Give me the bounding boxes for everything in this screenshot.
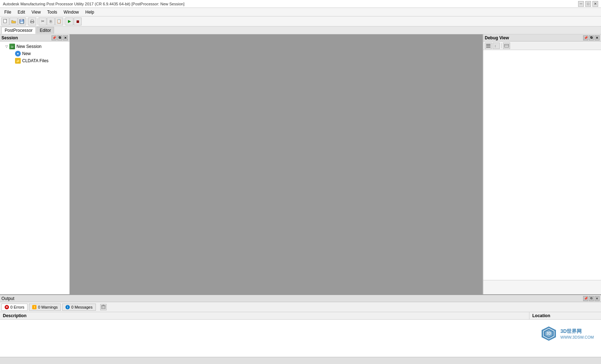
toolbar-open-btn[interactable]	[10, 18, 18, 25]
toolbar-new-btn[interactable]	[1, 18, 9, 25]
col-description: Description	[0, 312, 529, 319]
session-tree: ▽ 🗂 New Session ● New 📁 CLDATA Files	[0, 41, 69, 66]
debug-bottom-area	[483, 280, 601, 294]
toolbar-stop-btn[interactable]: ⏹	[74, 18, 82, 25]
menu-edit[interactable]: Edit	[15, 9, 28, 15]
debug-panel-title: Debug View	[485, 35, 583, 40]
warnings-tab-label: 0 Warnings	[38, 305, 58, 309]
svg-rect-8	[486, 44, 490, 45]
debug-header-controls: 📌 ⧉ ✕	[583, 35, 600, 40]
output-tabs: ✕ 0 Errors ! 0 Warnings i 0 Messages	[0, 302, 601, 312]
debug-sep	[501, 43, 502, 48]
new-icon: ●	[15, 51, 21, 56]
menu-help[interactable]: Help	[83, 9, 97, 15]
menu-bar: File Edit View Tools Window Help	[0, 8, 601, 16]
status-bar	[0, 357, 601, 364]
warning-icon: !	[32, 305, 36, 309]
tree-root-label: New Session	[16, 44, 41, 49]
app-title: Autodesk Manufacturing Post Processor Ut…	[3, 2, 184, 6]
toolbar-paste-btn[interactable]: 📋	[55, 18, 63, 25]
tree-new-label: New	[22, 51, 31, 56]
svg-rect-10	[486, 47, 490, 48]
session-pin-btn[interactable]: 📌	[52, 35, 57, 40]
toolbar-print-btn[interactable]	[28, 18, 36, 25]
tree-cldata-label: CLDATA Files	[22, 58, 49, 63]
output-close-btn[interactable]: ✕	[595, 296, 600, 301]
output-panel: Output 📌 ⧉ ✕ ✕ 0 Errors ! 0 Warnings i 0…	[0, 294, 601, 357]
cldata-icon: 📁	[15, 58, 21, 64]
menu-tools[interactable]: Tools	[44, 9, 60, 15]
debug-content	[483, 50, 601, 280]
debug-pin-btn[interactable]: 📌	[583, 35, 588, 40]
expand-icon-new	[10, 51, 14, 56]
main-area: Session 📌 ⧉ ✕ ▽ 🗂 New Session ●	[0, 34, 601, 294]
session-panel-title: Session	[1, 35, 52, 40]
debug-float-btn[interactable]: ⧉	[589, 35, 594, 40]
tab-editor[interactable]: Editor	[36, 27, 54, 34]
maximize-button[interactable]: □	[585, 1, 591, 7]
output-header-controls: 📌 ⧉ ✕	[583, 296, 600, 301]
debug-close-btn[interactable]: ✕	[595, 35, 600, 40]
title-bar: Autodesk Manufacturing Post Processor Ut…	[0, 0, 601, 8]
tree-root-item[interactable]: ▽ 🗂 New Session	[0, 43, 69, 50]
session-icon: 🗂	[9, 44, 15, 49]
svg-text:↕: ↕	[494, 44, 496, 48]
output-tab-errors[interactable]: ✕ 0 Errors	[1, 304, 28, 311]
sub-toolbar: PostProcessor Editor	[0, 26, 601, 34]
expand-icon-root: ▽	[4, 44, 9, 49]
svg-rect-6	[31, 20, 33, 21]
svg-rect-9	[486, 45, 490, 46]
debug-panel: Debug View 📌 ⧉ ✕ ↕	[483, 34, 601, 294]
errors-tab-label: 0 Errors	[10, 305, 24, 309]
session-float-btn[interactable]: ⧉	[57, 35, 62, 40]
menu-view[interactable]: View	[29, 9, 44, 15]
output-table-header: Description Location	[0, 312, 601, 320]
tree-cldata-item[interactable]: 📁 CLDATA Files	[0, 57, 69, 64]
info-icon: i	[65, 305, 70, 309]
messages-tab-label: 0 Messages	[71, 305, 92, 309]
menu-window[interactable]: Window	[61, 9, 82, 15]
toolbar-sep3	[64, 18, 64, 25]
tab-postprocessor[interactable]: PostProcessor	[1, 27, 36, 34]
svg-rect-3	[20, 19, 23, 21]
output-float-btn[interactable]: ⧉	[589, 296, 594, 301]
left-panels: Session 📌 ⧉ ✕ ▽ 🗂 New Session ●	[0, 34, 70, 294]
editor-area	[70, 34, 483, 294]
toolbar-sep2	[37, 18, 38, 25]
session-header-controls: 📌 ⧉ ✕	[52, 35, 68, 40]
toolbar-cut-btn[interactable]: ✂	[39, 18, 47, 25]
toolbar-copy-btn[interactable]: ⎘	[47, 18, 55, 25]
svg-rect-14	[102, 306, 105, 309]
output-tab-messages[interactable]: i 0 Messages	[62, 304, 96, 311]
session-close-btn[interactable]: ✕	[63, 35, 68, 40]
menu-file[interactable]: File	[1, 9, 14, 15]
close-button[interactable]: ✕	[592, 1, 598, 7]
error-icon: ✕	[5, 305, 9, 309]
svg-rect-4	[20, 21, 23, 23]
title-bar-controls: ─ □ ✕	[578, 1, 598, 7]
output-table: Description Location	[0, 312, 601, 357]
session-panel: Session 📌 ⧉ ✕ ▽ 🗂 New Session ●	[0, 34, 70, 294]
toolbar-run-btn[interactable]: ▶	[65, 18, 73, 25]
svg-rect-7	[31, 22, 33, 23]
debug-btn-1[interactable]	[485, 43, 492, 49]
toolbar-sep1	[27, 18, 27, 25]
session-panel-header: Session 📌 ⧉ ✕	[0, 34, 69, 41]
output-tab-warnings[interactable]: ! 0 Warnings	[29, 304, 61, 311]
output-title: Output	[1, 296, 14, 301]
debug-btn-2[interactable]: ↕	[493, 43, 500, 49]
debug-toolbar: ↕	[483, 41, 601, 50]
svg-rect-12	[504, 44, 509, 47]
tree-new-item[interactable]: ● New	[0, 50, 69, 57]
output-pin-btn[interactable]: 📌	[583, 296, 588, 301]
debug-btn-3[interactable]	[503, 43, 510, 49]
toolbar-save-btn[interactable]	[18, 18, 26, 25]
minimize-button[interactable]: ─	[578, 1, 584, 7]
output-header: Output 📌 ⧉ ✕	[0, 295, 601, 302]
expand-icon-cldata	[10, 59, 14, 63]
col-location: Location	[529, 312, 601, 319]
output-clear-button[interactable]	[100, 304, 107, 310]
debug-panel-header: Debug View 📌 ⧉ ✕	[483, 34, 601, 41]
toolbar: ✂ ⎘ 📋 ▶ ⏹	[0, 16, 601, 26]
